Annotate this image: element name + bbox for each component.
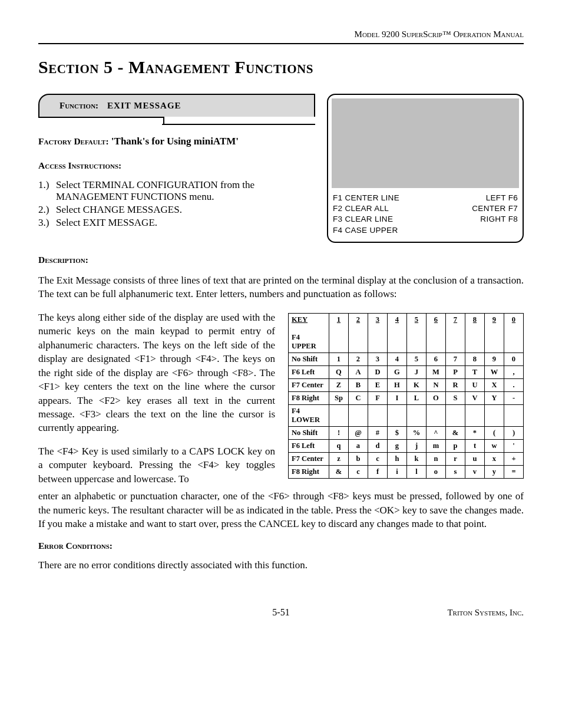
softkey-label: CENTER F7 <box>472 203 518 214</box>
screen-display-area <box>332 98 519 188</box>
page-footer: 5-51 Triton Systems, Inc. <box>38 607 524 618</box>
screen-left-labels: F1 CENTER LINE F2 CLEAR ALL F3 CLEAR LIN… <box>333 193 399 236</box>
key-mapping-table: KEYF4UPPER1234567890No Shift1234567890F6… <box>288 313 524 479</box>
factory-default-value: 'Thank's for Using miniATM' <box>111 136 239 147</box>
factory-default: Factory Default: 'Thank's for Using mini… <box>38 136 315 147</box>
softkey-label: F3 CLEAR LINE <box>333 214 399 225</box>
access-instructions-list: 1.) Select TERMINAL CONFIGURATION from t… <box>38 179 315 229</box>
top-left-column: Function: EXIT MESSAGE Factory Default: … <box>38 94 315 230</box>
function-name: EXIT MESSAGE <box>107 101 181 110</box>
list-number: 1.) <box>38 179 56 203</box>
error-conditions-text: There are no error conditions directly a… <box>38 558 524 572</box>
softkey-label: RIGHT F8 <box>472 214 518 225</box>
description-paragraph: The <F4> Key is used similarly to a CAPS… <box>38 444 275 486</box>
access-item: 3.) Select EXIT MESSAGE. <box>38 217 315 229</box>
error-conditions-label: Error Conditions: <box>38 541 524 551</box>
running-header: Model 9200 SuperScrip™ Operation Manual <box>38 29 524 39</box>
list-number: 3.) <box>38 217 56 229</box>
screen-preview: F1 CENTER LINE F2 CLEAR ALL F3 CLEAR LIN… <box>327 94 524 243</box>
top-region: Function: EXIT MESSAGE Factory Default: … <box>38 94 524 243</box>
list-text: Select TERMINAL CONFIGURATION from the M… <box>56 179 315 203</box>
description-paragraph: The Exit Message consists of three lines… <box>38 274 524 301</box>
mid-left-column: The keys along either side of the displa… <box>38 311 275 486</box>
description-paragraph: enter an alphabetic or punctuation chara… <box>38 489 524 531</box>
access-item: 2.) Select CHANGE MESSAGES. <box>38 204 315 216</box>
access-instructions-label: Access Instructions: <box>38 160 315 171</box>
list-text: Select EXIT MESSAGE. <box>56 217 315 229</box>
softkey-label: LEFT F6 <box>472 193 518 203</box>
list-number: 2.) <box>38 204 56 216</box>
function-label: Function: <box>59 101 98 110</box>
screen-softkey-labels: F1 CENTER LINE F2 CLEAR ALL F3 CLEAR LIN… <box>332 193 519 238</box>
access-item: 1.) Select TERMINAL CONFIGURATION from t… <box>38 179 315 203</box>
description-paragraph: The keys along either side of the displa… <box>38 311 275 435</box>
softkey-label: F2 CLEAR ALL <box>333 203 399 214</box>
section-title: Section 5 - Management Functions <box>38 57 524 77</box>
softkey-label: F4 CASE UPPER <box>333 225 399 236</box>
footer-company: Triton Systems, Inc. <box>418 608 524 618</box>
page-number: 5-51 <box>272 607 289 617</box>
list-text: Select CHANGE MESSAGES. <box>56 204 315 216</box>
header-rule <box>38 43 524 44</box>
softkey-label: F1 CENTER LINE <box>333 193 399 203</box>
factory-default-label: Factory Default: <box>38 136 109 146</box>
mid-region: The keys along either side of the displa… <box>38 311 524 486</box>
description-label: Description: <box>38 255 524 265</box>
function-header: Function: EXIT MESSAGE <box>38 94 315 125</box>
screen-right-labels: LEFT F6 CENTER F7 RIGHT F8 <box>472 193 518 236</box>
